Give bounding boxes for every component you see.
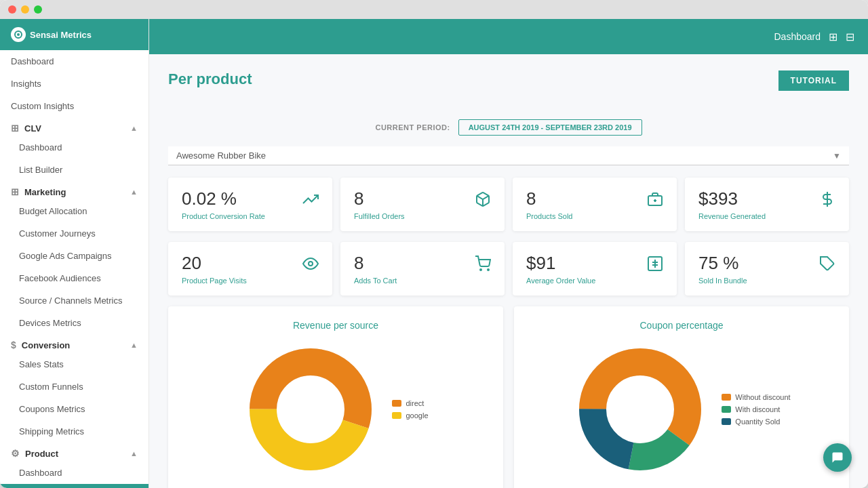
cart-icon: [475, 256, 491, 276]
marketing-icon: ⊞: [11, 186, 19, 197]
donut-revenue: [243, 342, 378, 477]
sidebar: Sensai Metrics Dashboard Insights Custom…: [0, 19, 149, 488]
minimize-button[interactable]: [21, 5, 29, 14]
box-icon: [475, 191, 491, 211]
close-button[interactable]: [8, 5, 16, 14]
metric-card-bundle: 75 % Sold In Bundle: [685, 242, 849, 296]
tag-icon: [819, 256, 835, 276]
sidebar-logo: Sensai Metrics: [11, 27, 92, 42]
sidebar-section-conversion[interactable]: $ Conversion ▲: [0, 334, 149, 353]
logo-icon: [11, 27, 26, 42]
sidebar-item-facebook[interactable]: Facebook Audiences: [0, 267, 149, 289]
chart-coupon: Coupon percentage: [514, 306, 849, 488]
metric-card-adds-to-cart: 8 Adds To Cart: [340, 242, 505, 296]
legend-google: google: [392, 411, 428, 420]
legend-color-without-discount: [722, 394, 731, 401]
metric-label-conversion: Product Conversion Rate: [182, 212, 265, 220]
sidebar-item-dashboard[interactable]: Dashboard: [0, 50, 149, 73]
metric-value-conversion: 0.02 %: [182, 188, 265, 209]
chart-revenue-source: Revenue per source: [168, 306, 503, 488]
sidebar-item-clv-dashboard[interactable]: Dashboard: [0, 136, 149, 159]
legend-color-google: [392, 412, 401, 419]
donut-coupon: [572, 342, 708, 477]
clv-icon: ⊞: [11, 123, 19, 134]
eye-icon: [302, 256, 319, 276]
metrics-grid-2: 20 Product Page Visits 8 Adds To Cart: [168, 242, 849, 296]
product-icon: ⚙: [11, 448, 20, 459]
metric-value-page-visits: 20: [182, 253, 247, 274]
svg-point-9: [488, 269, 489, 270]
chart-revenue-area: direct google: [182, 342, 490, 477]
metric-value-fulfilled: 8: [354, 188, 405, 209]
legend-without-discount: Without discount: [722, 393, 790, 401]
sidebar-item-shipping[interactable]: Shipping Metrics: [0, 420, 149, 443]
sidebar-item-list-builder[interactable]: List Builder: [0, 159, 149, 181]
clv-chevron: ▲: [130, 124, 138, 132]
sidebar-section-product[interactable]: ⚙ Product ▲: [0, 443, 149, 462]
tutorial-button[interactable]: TUTORIAL: [778, 70, 849, 91]
legend-direct: direct: [392, 399, 428, 407]
sidebar-item-coupons[interactable]: Coupons Metrics: [0, 398, 149, 420]
chart-revenue-legend: direct google: [392, 399, 428, 420]
briefcase-icon: [647, 191, 663, 211]
metric-label-avg-order: Average Order Value: [526, 277, 595, 285]
product-select[interactable]: Awesome Rubber Bike ▼: [168, 146, 849, 165]
product-select-text: Awesome Rubber Bike: [176, 150, 833, 161]
dollar-icon: [819, 191, 835, 211]
svg-point-8: [480, 269, 481, 270]
legend-quantity-sold: Quantity Sold: [722, 418, 790, 426]
conversion-chevron: ▲: [130, 341, 138, 349]
content-inner: Per product TUTORIAL CURRENT PERIOD: AUG…: [149, 54, 868, 488]
sidebar-item-source-channels[interactable]: Source / Channels Metrics: [0, 289, 149, 312]
topbar: Dashboard ⊞ ⊟: [149, 19, 868, 54]
metric-label-products-sold: Products Sold: [526, 212, 572, 220]
sidebar-section-clv[interactable]: ⊞ CLV ▲: [0, 117, 149, 136]
sidebar-item-insights[interactable]: Insights: [0, 73, 149, 95]
legend-color-direct: [392, 400, 401, 407]
sidebar-item-google-ads[interactable]: Google Ads Campaigns: [0, 245, 149, 267]
chart-coupon-legend: Without discount With discount Quantity …: [722, 393, 790, 426]
legend-with-discount: With discount: [722, 405, 790, 413]
trending-up-icon: [302, 191, 319, 211]
svg-point-7: [309, 262, 313, 266]
sidebar-item-custom-insights[interactable]: Custom Insights: [0, 95, 149, 117]
product-select-arrow: ▼: [833, 151, 841, 161]
metric-label-fulfilled: Fulfilled Orders: [354, 212, 405, 220]
metric-label-revenue: Revenue Generated: [698, 212, 766, 220]
sidebar-item-custom-funnels[interactable]: Custom Funnels: [0, 375, 149, 398]
legend-color-quantity-sold: [722, 418, 731, 425]
maximize-button[interactable]: [34, 5, 42, 14]
metric-card-fulfilled: 8 Fulfilled Orders: [340, 178, 505, 231]
svg-point-1: [17, 33, 20, 36]
svg-point-18: [280, 379, 341, 440]
metric-value-products-sold: 8: [526, 188, 572, 209]
conversion-icon: $: [11, 340, 16, 350]
metrics-grid: 0.02 % Product Conversion Rate 8 Fulfill…: [168, 178, 849, 231]
app-window: Sensai Metrics Dashboard Insights Custom…: [0, 0, 868, 488]
metric-label-page-visits: Product Page Visits: [182, 277, 247, 285]
metric-label-adds-to-cart: Adds To Cart: [354, 277, 397, 285]
chart-coupon-area: Without discount With discount Quantity …: [528, 342, 835, 477]
metric-card-revenue: $393 Revenue Generated: [685, 178, 849, 231]
topbar-icon-2[interactable]: ⊟: [846, 30, 854, 43]
sidebar-item-sales-stats[interactable]: Sales Stats: [0, 353, 149, 375]
sidebar-item-budget[interactable]: Budget Allocation: [0, 200, 149, 222]
sidebar-header: Sensai Metrics: [0, 19, 149, 50]
metric-card-avg-order: $91 Average Order Value: [513, 242, 677, 296]
topbar-icon-1[interactable]: ⊞: [829, 30, 837, 43]
sidebar-item-devices[interactable]: Devices Metrics: [0, 312, 149, 334]
page-title: Per product: [168, 70, 252, 88]
svg-point-23: [610, 379, 671, 440]
chat-button[interactable]: [823, 443, 852, 472]
sidebar-item-product-dashboard[interactable]: Dashboard: [0, 462, 149, 484]
period-label: CURRENT PERIOD:: [375, 123, 450, 131]
sidebar-item-journeys[interactable]: Customer Journeys: [0, 222, 149, 245]
charts-row: Revenue per source: [168, 306, 849, 488]
period-row: CURRENT PERIOD: AUGUST 24TH 2019 - SEPTE…: [168, 113, 849, 136]
metric-label-bundle: Sold In Bundle: [698, 277, 747, 285]
metric-value-revenue: $393: [698, 188, 766, 209]
sidebar-section-marketing[interactable]: ⊞ Marketing ▲: [0, 181, 149, 200]
metric-card-page-visits: 20 Product Page Visits: [168, 242, 332, 296]
chart-revenue-title: Revenue per source: [182, 320, 490, 331]
sidebar-item-metrics-by-product[interactable]: Metrics By Product: [0, 484, 149, 488]
